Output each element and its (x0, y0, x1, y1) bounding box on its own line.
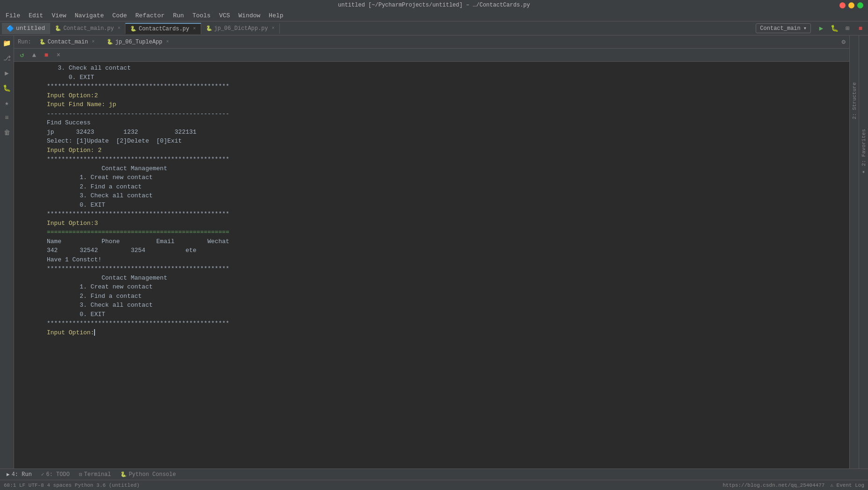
terminal-output[interactable]: 3. Check all contact 0. EXIT ***********… (14, 62, 849, 468)
term-line-28: 2. Find a contact (47, 292, 849, 301)
sidebar-bookmark-icon[interactable]: ★ (1, 97, 13, 108)
bottom-tab-run-label: 4: Run (12, 471, 32, 478)
term-line-23: Have 1 Constct! (47, 255, 849, 265)
menu-refactor[interactable]: Refactor (131, 11, 168, 20)
menu-help[interactable]: Help (265, 11, 287, 20)
bottom-tab-todo[interactable]: ✓ 6: TODO (36, 470, 74, 479)
menu-view[interactable]: View (48, 11, 70, 20)
python-console-icon: 🐍 (120, 471, 127, 477)
sidebar-run-icon[interactable]: ▶ (1, 67, 13, 79)
toolbar-stop-btn[interactable]: ■ (41, 50, 51, 60)
title-bar: untitled [~/PycharmProjects/untitled] – … (0, 0, 868, 10)
term-line-3: ****************************************… (47, 82, 849, 91)
term-line-20: ========================================… (47, 228, 849, 237)
minimize-button[interactable] (848, 2, 854, 8)
settings-icon[interactable]: ⚙ (842, 38, 846, 46)
term-line-22: 342 32542 3254 ete (47, 246, 849, 255)
structure-panel[interactable]: 2: Structure (849, 36, 859, 468)
bottom-tab-python-console[interactable]: 🐍 Python Console (116, 470, 181, 479)
term-line-29: 3. Check all contact (47, 301, 849, 310)
menu-file[interactable]: File (2, 11, 24, 20)
run-tab-close2[interactable]: × (166, 39, 169, 44)
tab-label3: jp_06_DictApp.py (214, 25, 268, 32)
term-line-16: 3. Check all contact (47, 191, 849, 201)
run-tab-contact-main[interactable]: 🐍 Contact_main × (35, 37, 99, 47)
stop-button[interactable]: ■ (855, 24, 866, 33)
run-panel: Run: 🐍 Contact_main × 🐍 jp_06_TupleApp ×… (14, 36, 849, 468)
dropdown-arrow-icon: ▾ (803, 25, 807, 32)
header-actions: Contact_main ▾ ▶ 🐛 ⊞ ■ (756, 23, 866, 33)
close-button[interactable] (839, 2, 846, 8)
term-line-14: 1. Creat new contact (47, 173, 849, 182)
sidebar-structure-icon[interactable]: ≡ (1, 112, 13, 123)
project-name: untitled (16, 25, 45, 32)
top-header: 🔷 untitled 🐍 Contact_main.py × 🐍 Contact… (0, 22, 868, 36)
bottom-tab-terminal[interactable]: ⊡ Terminal (74, 470, 116, 479)
term-line-31: ****************************************… (47, 319, 849, 328)
py-icon3: 🐍 (206, 25, 212, 31)
event-log-label[interactable]: ⚠ Event Log (830, 482, 864, 488)
tab-close2[interactable]: × (193, 26, 196, 31)
menu-vcs[interactable]: VCS (215, 11, 233, 20)
run-config-label: Contact_main (760, 25, 800, 32)
term-line-11: ****************************************… (47, 155, 849, 164)
tab-close3[interactable]: × (272, 26, 275, 31)
tab-label: Contact_main.py (63, 25, 114, 32)
menu-edit[interactable]: Edit (25, 11, 47, 20)
structure-label: 2: Structure (852, 82, 857, 119)
status-position: 68:1 LF UTF-8 4 spaces Python 3.6 (untit… (4, 483, 139, 488)
term-line-30: 0. EXIT (47, 310, 849, 319)
bottom-tab-todo-label: 6: TODO (46, 471, 69, 478)
tab-contact-cards[interactable]: 🐍 ContactCards.py × (125, 23, 201, 34)
term-line-27: 1. Creat new contact (47, 282, 849, 292)
run-tab-close[interactable]: × (92, 39, 95, 44)
menu-navigate[interactable]: Navigate (71, 11, 108, 20)
todo-icon: ✓ (41, 471, 44, 477)
status-bar: 68:1 LF UTF-8 4 spaces Python 3.6 (untit… (0, 480, 868, 490)
toolbar-close-btn[interactable]: × (53, 50, 64, 60)
run-tab-tuple-app[interactable]: 🐍 jp_06_TupleApp × (102, 37, 173, 47)
debug-button[interactable]: 🐛 (829, 24, 840, 33)
term-line-19: Input Option:3 (47, 219, 849, 228)
py-icon2: 🐍 (130, 26, 137, 32)
bottom-tabs: ▶ 4: Run ✓ 6: TODO ⊡ Terminal 🐍 Python C… (0, 468, 868, 480)
run-config-dropdown[interactable]: Contact_main ▾ (756, 23, 811, 33)
tab-dict-app[interactable]: 🐍 jp_06_DictApp.py × (201, 23, 280, 34)
menu-code[interactable]: Code (109, 11, 131, 20)
toolbar-rerun-btn[interactable]: ↺ (17, 50, 27, 60)
tab-close[interactable]: × (117, 26, 120, 31)
run-button[interactable]: ▶ (816, 24, 827, 33)
run-tab-icon2: 🐍 (107, 39, 113, 45)
menu-run[interactable]: Run (169, 11, 188, 20)
term-line-9: Select: [1]Update [2]Delete [0]Exit (47, 137, 849, 146)
coverage-button[interactable]: ⊞ (842, 24, 853, 33)
menu-bar: File Edit View Navigate Code Refactor Ru… (0, 10, 868, 22)
bottom-tab-run[interactable]: ▶ 4: Run (2, 470, 36, 479)
sidebar-debug-icon[interactable]: 🐛 (1, 82, 13, 94)
status-url[interactable]: https://blog.csdn.net/qq_25404477 (723, 483, 825, 488)
header-left: 🔷 untitled 🐍 Contact_main.py × 🐍 Contact… (2, 23, 280, 34)
run-toolbar: ↺ ▲ ■ × (14, 49, 849, 62)
menu-tools[interactable]: Tools (189, 11, 214, 20)
term-line-1: 3. Check all contact (47, 64, 849, 73)
tab-contact-main[interactable]: 🐍 Contact_main.py × (50, 23, 125, 34)
tab-label2: ContactCards.py (139, 26, 189, 32)
maximize-button[interactable] (857, 2, 863, 8)
menu-window[interactable]: Window (235, 11, 264, 20)
project-tab[interactable]: 🔷 untitled (2, 23, 50, 34)
run-tab-label2: jp_06_TupleApp (115, 39, 162, 45)
favorites-label: ★ 2: Favorites (861, 129, 867, 175)
sidebar-git-icon[interactable]: ⎇ (1, 52, 13, 64)
toolbar-up-btn[interactable]: ▲ (29, 50, 39, 60)
term-line-5: Input Find Name: jp (47, 100, 849, 109)
term-line-25: Contact Management (47, 274, 849, 283)
term-line-6: ----------------------------------------… (47, 109, 849, 119)
sidebar-project-icon[interactable]: 📁 (1, 37, 13, 49)
term-line-18: ****************************************… (47, 209, 849, 219)
term-line-2: 0. EXIT (47, 73, 849, 82)
project-icon: 🔷 (7, 25, 14, 32)
favorites-panel[interactable]: ★ 2: Favorites (859, 36, 868, 468)
sidebar-delete-icon[interactable]: 🗑 (1, 127, 13, 138)
run-secondary-bar: Run: 🐍 Contact_main × 🐍 jp_06_TupleApp ×… (14, 36, 849, 49)
main-layout: 📁 ⎇ ▶ 🐛 ★ ≡ 🗑 Run: 🐍 Contact_main × 🐍 jp… (0, 36, 868, 468)
